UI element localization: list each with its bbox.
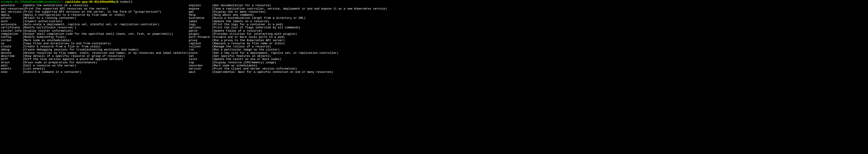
completion-command-description: (Provides utilities for interacting with… [212,33,297,36]
completion-item[interactable]: exec(Execute a command in a container) [1,71,189,74]
completion-command-description: (Replace a resource by file name or stdi… [212,42,285,45]
completion-command-description: (Show details of a specific resource or … [23,55,125,58]
completion-item[interactable]: autoscale(Auto-scale a deployment, repli… [1,23,189,26]
terminal-prompt[interactable]: student_01_70b8a8fed1a0@cloudshell:~ (qw… [1,0,867,4]
completion-command-name: taint [189,58,212,61]
completion-command-description: (Drain node in preparation for maintenan… [23,61,97,64]
completion-command-name: set [189,55,212,58]
completion-command-name: help [189,13,212,16]
completion-item[interactable]: completion(Output shell completion code … [1,33,189,36]
completion-command-name: events [1,67,23,70]
completion-command-description: (Create debugging sessions for troublesh… [23,48,139,51]
completion-command-description: (Update the annotations on a resource) [23,4,88,7]
completion-item[interactable]: rollout(Manage the rollout of a resource… [189,45,387,48]
completion-item[interactable]: config(Modify kubeconfig files) [1,36,189,39]
completion-command-name: options [189,26,212,29]
completion-column-right: explain(Get documentation for a resource… [189,4,387,74]
completion-command-name: config [1,36,23,39]
completion-command-description: (Copy files and directories to and from … [23,42,111,45]
completion-item[interactable]: taint(Update the taints on one or more n… [189,58,387,61]
completion-item[interactable]: describe(Show details of a specific reso… [1,55,189,58]
completion-item[interactable]: patch(Update fields of a resource) [189,30,387,33]
completion-command-name: cordon [1,39,23,42]
completion-item[interactable]: expose(Take a replication controller, se… [189,7,387,10]
completion-item[interactable]: apply(Apply a configuration to a resourc… [1,13,189,16]
completion-command-name: api-versions [1,10,23,13]
completion-item[interactable]: wait(Experimental: Wait for a specific c… [189,71,387,74]
completion-command-name: create [1,45,23,48]
completion-command-description: (Mark node as unschedulable) [23,39,71,42]
completion-command-name: plugin [189,33,212,36]
completion-item[interactable]: edit(Edit a resource on the server) [1,64,189,67]
prompt-dollar: $ [117,0,119,4]
completion-command-name: scale [189,51,212,55]
completion-command-description: (Run a particular image on the cluster) [212,48,280,51]
completion-command-description: (Display cluster information) [23,30,73,33]
completion-item[interactable]: label(Update the labels on a resource) [189,20,387,23]
completion-item[interactable]: events(List events) [1,67,189,70]
completion-item[interactable]: replace(Replace a resource by file name … [189,42,387,45]
completion-item[interactable]: cp(Copy files and directories to and fro… [1,42,189,45]
prompt-separator: : [60,0,61,4]
completion-command-name: explain [189,4,212,7]
completion-command-name: rollout [189,45,212,48]
completion-item[interactable]: drain(Drain node in preparation for main… [1,61,189,64]
completion-item[interactable]: delete(Delete resources by file names, s… [1,51,189,55]
completion-item[interactable]: certificate(Modify certificate resources… [1,26,189,29]
completion-item[interactable]: version(Print the client and server vers… [189,67,387,70]
completion-command-name: delete [1,51,23,55]
completion-command-description: (Run a proxy to the Kubernetes API serve… [212,39,285,42]
completion-command-name: annotate [1,4,23,7]
completion-command-description: (Take a replication controller, service,… [212,7,387,10]
completion-item[interactable]: run(Run a particular image on the cluste… [189,48,387,51]
completion-command-name: auth [1,20,23,23]
completion-item[interactable]: uncordon(Mark node as schedulable) [189,64,387,67]
completion-item[interactable]: get(Display one or many resources) [189,10,387,13]
completion-command-name: debug [1,48,23,51]
completion-command-description: (Create a resource from a file or from s… [23,45,100,48]
completion-command-description: (Execute a command in a container) [23,71,82,74]
completion-item[interactable]: attach(Attach to a running container) [1,16,189,20]
completion-command-name: port-forward [189,36,212,39]
prompt-command: kubectl [120,0,132,4]
completion-item[interactable]: api-versions(Print the supported API ver… [1,10,189,13]
completion-command-name: run [189,48,212,51]
completion-item[interactable]: explain(Get documentation for a resource… [189,4,387,7]
completion-item[interactable]: scale(Set a new size for a deployment, r… [189,51,387,55]
completion-command-description: (Diff the live version against a would-b… [23,58,123,61]
completion-item[interactable]: cluster-info(Display cluster information… [1,30,189,33]
completion-command-description: (Print the list of flags inherited by al… [212,26,301,29]
completion-command-description: (Print the supported API versions on the… [23,10,161,13]
completion-item[interactable]: proxy(Run a proxy to the Kubernetes API … [189,39,387,42]
completion-item[interactable]: help(Help about any command) [189,13,387,16]
completion-item[interactable]: kustomize(Build a kustomization target f… [189,16,387,20]
completion-item[interactable]: top(Display resource (CPU/memory) usage) [189,61,387,64]
completion-command-description: (Update the taints on one or more nodes) [212,58,281,61]
completion-command-name: get [189,10,212,13]
completion-item[interactable]: port-forward(Forward one or more local p… [189,36,387,39]
completion-command-name: cp [1,42,23,45]
completion-command-description: (Print the logs for a container in a pod… [212,23,283,26]
completion-item[interactable]: options(Print the list of flags inherite… [189,26,387,29]
completion-command-name: label [189,20,212,23]
completion-command-description: (Edit a resource on the server) [23,64,76,67]
completion-command-name: version [189,67,212,70]
completion-item[interactable]: debug(Create debugging sessions for trou… [1,48,189,51]
completion-command-description: (Print the supported API resources on th… [23,7,108,10]
completion-command-description: (Update the labels on a resource) [212,20,269,23]
completion-item[interactable]: annotate(Update the annotations on a res… [1,4,189,7]
prompt-project: (qwiklabs-gcp-02-92c260add90a) [65,0,117,4]
completion-item[interactable]: diff(Diff the live version against a wou… [1,58,189,61]
completion-item[interactable]: plugin(Provides utilities for interactin… [189,33,387,36]
completion-command-description: (Modify kubeconfig files) [23,36,66,39]
completion-command-description: (Mark node as schedulable) [212,64,257,67]
completion-command-description: (Build a kustomization target from a dir… [212,16,306,20]
completion-item[interactable]: create(Create a resource from a file or … [1,45,189,48]
completion-item[interactable]: auth(Inspect authorization) [1,20,189,23]
completion-item[interactable]: api-resources(Print the supported API re… [1,7,189,10]
completion-item[interactable]: logs(Print the logs for a container in a… [189,23,387,26]
completion-item[interactable]: cordon(Mark node as unschedulable) [1,39,189,42]
completion-item[interactable]: set(Set specific features on objects) [189,55,387,58]
completion-command-name: top [189,61,212,64]
prompt-user: student_01_70b8a8fed1a0@cloudshell [1,0,60,4]
